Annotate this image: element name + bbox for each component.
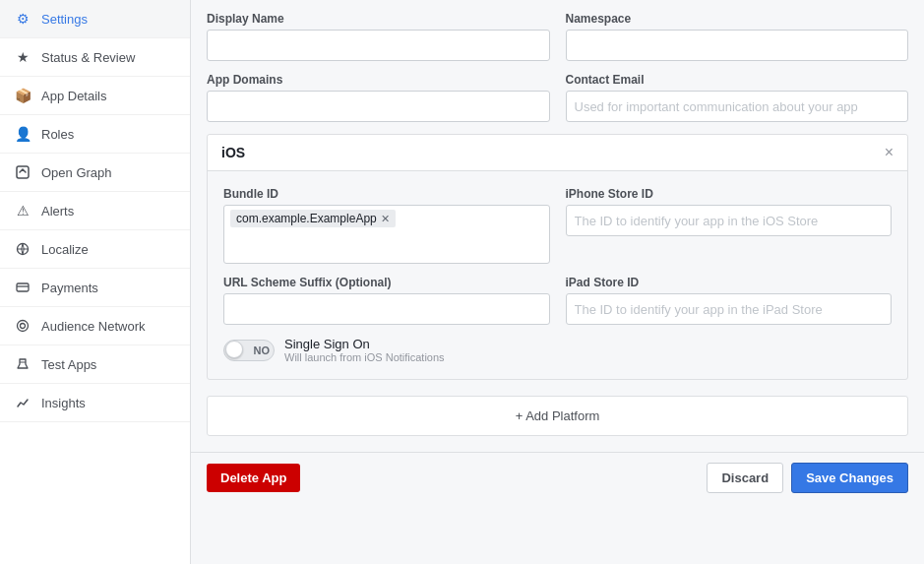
iphone-store-id-input[interactable] [566,205,893,236]
add-platform-button[interactable]: + Add Platform [207,396,908,436]
top-form: Display Name Namespace App Domains Conta… [191,12,924,122]
namespace-label: Namespace [566,12,909,26]
payments-icon [14,279,31,296]
url-scheme-input[interactable] [223,293,550,325]
bundle-id-tag-remove[interactable]: ✕ [381,214,390,224]
bundle-id-group: Bundle ID com.example.ExampleApp ✕ [223,187,550,264]
domains-email-row: App Domains Contact Email [207,73,908,122]
main-content: Display Name Namespace App Domains Conta… [191,0,924,564]
sidebar-item-roles[interactable]: 👤 Roles [0,115,190,154]
contact-email-input[interactable] [566,91,909,122]
url-ipad-row: URL Scheme Suffix (Optional) iPad Store … [223,276,892,325]
ipad-store-id-group: iPad Store ID [566,276,893,325]
iphone-store-id-group: iPhone Store ID [566,187,893,264]
svg-point-6 [21,324,26,329]
iphone-store-id-label: iPhone Store ID [566,187,893,201]
sidebar-label-audience-network: Audience Network [41,319,146,334]
app-domains-group: App Domains [207,73,550,122]
sidebar-label-payments: Payments [41,281,98,295]
sidebar-item-alerts[interactable]: ⚠ Alerts [0,192,190,230]
sidebar-label-app-details: App Details [41,89,106,103]
app-domains-label: App Domains [207,73,550,87]
ipad-store-id-label: iPad Store ID [566,276,893,289]
sidebar: ⚙ Settings ★ Status & Review 📦 App Detai… [0,0,191,564]
add-platform-label: + Add Platform [516,408,600,423]
url-scheme-group: URL Scheme Suffix (Optional) [223,276,550,325]
sidebar-item-status-review[interactable]: ★ Status & Review [0,38,190,77]
sidebar-label-alerts: Alerts [41,204,74,219]
person-icon: 👤 [14,125,31,143]
sidebar-item-payments[interactable]: Payments [0,269,190,307]
sso-toggle-knob [225,341,243,358]
namespace-input[interactable] [566,30,909,61]
sidebar-item-app-details[interactable]: 📦 App Details [0,77,190,115]
sidebar-item-insights[interactable]: Insights [0,384,190,422]
sso-toggle-switch[interactable]: NO [223,340,275,361]
svg-rect-3 [17,283,29,291]
localize-icon [14,240,31,258]
sso-toggle-track[interactable]: NO [223,340,275,361]
sidebar-label-insights: Insights [41,396,86,410]
sidebar-label-status-review: Status & Review [41,50,135,65]
sidebar-item-open-graph[interactable]: Open Graph [0,154,190,192]
sidebar-label-open-graph: Open Graph [41,165,112,180]
delete-app-button[interactable]: Delete App [207,464,300,492]
save-changes-button[interactable]: Save Changes [791,463,908,493]
audience-icon [14,317,31,335]
display-name-label: Display Name [207,12,550,26]
testapps-icon [14,355,31,373]
ios-body: Bundle ID com.example.ExampleApp ✕ iPhon… [208,171,907,379]
display-name-group: Display Name [207,12,550,61]
svg-point-5 [18,321,29,332]
star-icon: ★ [14,48,31,66]
contact-email-label: Contact Email [566,73,909,87]
sso-toggle-info: Single Sign On Will launch from iOS Noti… [284,337,445,363]
footer: Delete App Discard Save Changes [191,452,924,503]
box-icon: 📦 [14,87,31,104]
contact-email-group: Contact Email [566,73,909,122]
sidebar-item-localize[interactable]: Localize [0,230,190,269]
sso-main-label: Single Sign On [284,337,445,351]
sidebar-item-test-apps[interactable]: Test Apps [0,345,190,384]
sidebar-label-localize: Localize [41,242,89,257]
ios-section-header: iOS × [208,135,907,171]
bundle-id-tag-value: com.example.ExampleApp [236,212,377,225]
bundle-id-label: Bundle ID [223,187,550,201]
sidebar-label-roles: Roles [41,127,74,142]
sso-toggle-container: NO Single Sign On Will launch from iOS N… [223,337,892,363]
sidebar-item-audience-network[interactable]: Audience Network [0,307,190,345]
ipad-store-id-input[interactable] [566,293,893,325]
footer-right-buttons: Discard Save Changes [707,463,908,493]
bundle-id-tag-input[interactable]: com.example.ExampleApp ✕ [223,205,550,264]
svg-rect-0 [17,166,29,178]
settings-icon: ⚙ [14,10,31,28]
app-domains-input[interactable] [207,91,550,122]
graph-icon [14,163,31,181]
sidebar-label-test-apps: Test Apps [41,357,96,372]
ios-section: iOS × Bundle ID com.example.ExampleApp ✕ [207,134,908,380]
namespace-group: Namespace [566,12,909,61]
display-namespace-row: Display Name Namespace [207,12,908,61]
bundle-id-tag: com.example.ExampleApp ✕ [230,210,396,227]
display-name-input[interactable] [207,30,550,61]
ios-title: iOS [221,145,245,160]
sidebar-label-settings: Settings [41,12,88,27]
insights-icon [14,394,31,411]
ios-close-button[interactable]: × [885,145,893,160]
url-scheme-label: URL Scheme Suffix (Optional) [223,276,550,289]
discard-button[interactable]: Discard [707,463,783,493]
sidebar-item-settings[interactable]: ⚙ Settings [0,0,190,38]
sso-toggle-label: NO [254,345,271,356]
bundle-iphone-row: Bundle ID com.example.ExampleApp ✕ iPhon… [223,187,892,264]
alert-icon: ⚠ [14,202,31,219]
sso-sub-label: Will launch from iOS Notifications [284,351,445,363]
